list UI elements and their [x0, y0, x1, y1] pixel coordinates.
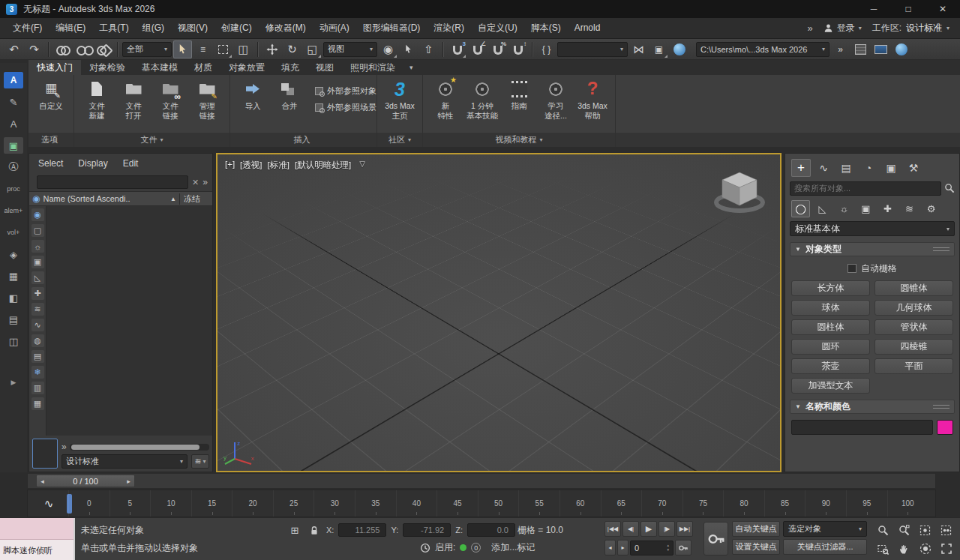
- explorer-bottom-overflow[interactable]: »: [62, 442, 67, 452]
- filter-cameras-icon[interactable]: ▣: [32, 256, 44, 268]
- selection-lock-toggle[interactable]: [307, 523, 322, 538]
- name-color-rollout[interactable]: ▼ 名称和颜色: [790, 400, 955, 414]
- explorer-horizontal-scrollbar[interactable]: [70, 444, 209, 451]
- listener-macro-row[interactable]: [0, 518, 74, 540]
- filter-helpers-icon[interactable]: ✚: [32, 287, 44, 300]
- bind-to-space-warp-button[interactable]: [94, 40, 112, 58]
- viewport-general-menu[interactable]: [+]: [225, 160, 235, 171]
- modify-tab[interactable]: ∿: [814, 159, 833, 177]
- primitive-button[interactable]: 几何球体: [874, 300, 953, 316]
- menu-item[interactable]: 修改器(M): [259, 18, 313, 38]
- left-tool-7[interactable]: ▦: [4, 268, 23, 284]
- next-key-button[interactable]: |▶: [658, 521, 675, 537]
- 3dsmax-home-button[interactable]: 3ds Max主页: [382, 79, 417, 120]
- pan-button[interactable]: [894, 540, 914, 558]
- current-frame-field[interactable]: 0 ▴▾: [630, 541, 674, 556]
- primitive-button[interactable]: 加强型文本: [791, 378, 870, 394]
- filter-spacewarps-icon[interactable]: ≋: [32, 303, 44, 316]
- spacewarps-category[interactable]: ≋: [900, 200, 919, 217]
- utilities-tab[interactable]: ⚒: [904, 159, 923, 177]
- maximize-button[interactable]: □: [891, 0, 926, 18]
- display-tab[interactable]: ▣: [881, 159, 901, 177]
- import-button[interactable]: 导入: [236, 79, 270, 111]
- orbit-button[interactable]: [915, 540, 935, 558]
- primitive-button[interactable]: 圆锥体: [874, 280, 953, 296]
- file-open-button[interactable]: 文件打开: [116, 79, 151, 120]
- render-setup-button[interactable]: [851, 40, 870, 58]
- mirror-button[interactable]: ⋈: [629, 40, 648, 58]
- help-button[interactable]: 3ds Max帮助: [575, 79, 610, 120]
- mini-curve-editor-button[interactable]: ∿: [40, 496, 58, 511]
- left-tool-vol[interactable]: vol+: [4, 224, 23, 241]
- left-tool-6[interactable]: ◈: [4, 246, 23, 262]
- left-tool-8[interactable]: ◧: [4, 289, 23, 306]
- ribbon-tab[interactable]: 照明和渲染: [342, 60, 404, 75]
- left-strip-expand[interactable]: ▶: [4, 374, 23, 391]
- close-button[interactable]: ✕: [926, 0, 960, 18]
- key-target-select[interactable]: 选定对象 ▾: [783, 521, 867, 537]
- y-coordinate-field[interactable]: -71.92: [403, 523, 451, 537]
- xref-scene-button[interactable]: 外部参照场景: [315, 102, 376, 113]
- listener-label[interactable]: 脚本迷你侦听: [0, 540, 74, 560]
- render-production-button[interactable]: [892, 40, 910, 58]
- object-color-swatch[interactable]: [937, 420, 953, 435]
- percent-snap-toggle[interactable]: %: [488, 40, 507, 58]
- primitive-button[interactable]: 圆柱体: [791, 319, 870, 335]
- notification-badge[interactable]: 0: [471, 543, 481, 553]
- merge-button[interactable]: 合并: [272, 79, 307, 111]
- helpers-category[interactable]: ✚: [878, 200, 897, 217]
- zoom-button[interactable]: [873, 521, 893, 539]
- ribbon-group-label[interactable]: 社区▾: [377, 133, 422, 147]
- new-features-button[interactable]: 新特性: [428, 79, 463, 120]
- filter-bones-icon[interactable]: ∿: [32, 319, 44, 331]
- select-and-move-button[interactable]: [262, 40, 281, 58]
- filter-xref-icon[interactable]: ▦: [32, 397, 44, 410]
- next-frame-button[interactable]: ▸: [123, 478, 134, 485]
- filter-shapes-icon[interactable]: ◺: [32, 271, 44, 284]
- angle-snap-toggle[interactable]: ∠: [468, 40, 487, 58]
- undo-button[interactable]: ↶: [4, 40, 23, 58]
- zoom-extents-all-button[interactable]: [936, 521, 956, 539]
- primitive-button[interactable]: 球体: [791, 300, 870, 316]
- hierarchy-tab[interactable]: ▤: [836, 159, 856, 177]
- primitive-button[interactable]: 四棱锥: [874, 339, 953, 355]
- play-button[interactable]: ▶: [640, 521, 657, 537]
- select-and-link-button[interactable]: [53, 40, 72, 58]
- keyboard-shortcut-override-toggle[interactable]: ⇧: [419, 40, 438, 58]
- left-tool-a-circle[interactable]: Ⓐ: [4, 159, 23, 175]
- menu-item[interactable]: 文件(F): [6, 18, 49, 38]
- maxscript-mini-listener[interactable]: 脚本迷你侦听: [0, 518, 75, 560]
- track-bar[interactable]: ∿ 0 5 10 15 20 25 30 35 40 45 50 55 60: [27, 490, 936, 517]
- x-coordinate-field[interactable]: 11.255: [338, 523, 386, 537]
- ribbon-tab[interactable]: 快速入门: [28, 60, 81, 75]
- set-keys-button[interactable]: [704, 522, 728, 556]
- selection-filter-select[interactable]: 全部 ▾: [122, 42, 172, 57]
- sign-in-button[interactable]: 登录 ▾: [824, 22, 862, 34]
- go-to-start-button[interactable]: |◀◀: [604, 521, 621, 537]
- explorer-menu-select[interactable]: Select: [38, 158, 63, 169]
- spinner-snap-toggle[interactable]: ↕: [508, 40, 527, 58]
- window-crossing-toggle[interactable]: ◫: [234, 40, 253, 58]
- primitive-button[interactable]: 茶壶: [791, 358, 870, 374]
- z-coordinate-field[interactable]: 0.0: [467, 523, 515, 537]
- select-and-manipulate-button[interactable]: [399, 40, 418, 58]
- ribbon-group-label[interactable]: 选项: [28, 133, 74, 147]
- geometry-category[interactable]: ◯: [791, 200, 810, 217]
- workspace-selector[interactable]: 工作区: 设计标准 ▾: [872, 22, 950, 34]
- ribbon-tab[interactable]: 对象放置: [220, 60, 273, 75]
- select-and-scale-button[interactable]: ◱: [303, 40, 322, 58]
- shapes-category[interactable]: ◺: [813, 200, 832, 217]
- file-link-button[interactable]: 文件链接: [153, 79, 188, 120]
- ribbon-tab[interactable]: 材质: [186, 60, 220, 75]
- ribbon-group-label[interactable]: 视频和教程▾: [423, 133, 615, 147]
- menu-item[interactable]: 组(G): [136, 18, 171, 38]
- frame-back-button[interactable]: ◂: [604, 540, 616, 556]
- manage-links-button[interactable]: 管理链接: [190, 79, 224, 120]
- ribbon-tab[interactable]: 对象检验: [81, 60, 134, 75]
- autogrid-checkbox[interactable]: [848, 264, 856, 273]
- go-to-end-button[interactable]: ▶▶|: [676, 521, 693, 537]
- ribbon-tab[interactable]: 填充: [273, 60, 308, 75]
- view-cube[interactable]: [710, 163, 770, 223]
- rectangular-selection-region-button[interactable]: [214, 40, 232, 58]
- use-pivot-point-center-button[interactable]: ◉: [379, 40, 398, 58]
